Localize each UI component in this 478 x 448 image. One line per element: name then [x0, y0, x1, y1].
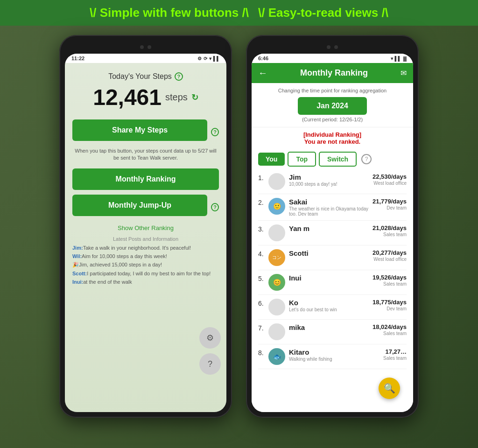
rank-6-info: Ko Let's do our best to win: [289, 299, 373, 312]
sync-icon: ⟳: [204, 56, 207, 61]
phone-1-status-bar: 11:22 ⚙ ⟳ ▾ ▌▌: [65, 54, 226, 63]
phone-2-camera-left: [327, 45, 330, 49]
rank-6-name: Ko: [289, 299, 373, 307]
header-right: \/ Easy-to-read views /\: [258, 6, 388, 20]
rank-7-stats: 18,024/days Sales team: [373, 323, 407, 336]
ranking-not-ranked: You are not ranked.: [258, 138, 407, 145]
rank-5-team: Sales team: [373, 281, 407, 287]
rank-7-steps: 18,024/days: [373, 323, 407, 330]
back-button[interactable]: ←: [258, 68, 267, 78]
rank-2-avatar: 🙂: [268, 198, 285, 215]
steps-screen: Today's Your Steps ? 12,461 steps ↻ Shar…: [65, 63, 226, 412]
rank-1-num: 1.: [258, 173, 268, 182]
rank-3-info: Yan m: [289, 224, 373, 232]
rank-2-team: Dev team: [373, 205, 407, 210]
rank-1-team: West load office: [373, 181, 407, 186]
rank-2-stats: 21,779/days Dev team: [373, 198, 407, 210]
phone-2-screen: 6:46 ▾ ▌▌ ▓ ← Monthly Ranking ✉: [252, 54, 413, 412]
rank-5-name: Inui: [289, 274, 373, 282]
rank-2-num: 2.: [258, 198, 268, 206]
rank-3-stats: 21,028/days Sales team: [373, 224, 407, 237]
page-container: \/ Simple with few buttons /\ \/ Easy-to…: [0, 0, 478, 448]
rank-4-info: Scotti: [289, 249, 373, 257]
phone-2-status-bar: 6:46 ▾ ▌▌ ▓: [252, 54, 413, 63]
rank-3-num: 3.: [258, 224, 268, 233]
rank-4-team: West load office: [373, 257, 407, 262]
rank-4-num: 4.: [258, 249, 268, 258]
period-hint: Changing the time point for ranking aggr…: [258, 88, 407, 93]
ranking-title: Monthly Ranking: [300, 68, 368, 78]
share-steps-button[interactable]: Share My Steps: [72, 119, 207, 141]
jumpup-button-row: Monthly Jump-Up ?: [72, 195, 219, 220]
steps-title: Today's Your Steps ?: [108, 72, 183, 81]
rank-7-info: mika: [289, 323, 373, 331]
ranking-item-3: 3. Yan m 21,028/days Sales team: [258, 221, 407, 245]
post-4: Scott:I participated today, I will do my…: [72, 270, 219, 277]
rank-2-sub: The weather is nice in Okayama today too…: [289, 206, 373, 217]
header-banner: \/ Simple with few buttons /\ \/ Easy-to…: [0, 0, 478, 26]
tab-top[interactable]: Top: [288, 152, 316, 167]
mail-icon[interactable]: ✉: [401, 69, 407, 77]
phone-2-status-icons: ▾ ▌▌ ▓: [391, 56, 407, 61]
phone-1-time: 11:22: [71, 56, 84, 61]
ranking-status: [Individual Ranking] You are not ranked.: [252, 127, 413, 149]
steps-unit: steps: [165, 92, 188, 103]
rank-6-steps: 18,775/days: [373, 299, 407, 306]
ranking-item-4: 4. コン Scotti 20,277/days West load offic…: [258, 245, 407, 270]
phone-1-status-icons: ⚙ ⟳ ▾ ▌▌: [197, 56, 220, 61]
header-left: \/ Simple with few buttons /\: [90, 6, 249, 20]
refresh-icon[interactable]: ↻: [191, 92, 198, 103]
steps-content: Today's Your Steps ? 12,461 steps ↻ Shar…: [65, 63, 226, 412]
rank-2-name: Sakai: [289, 198, 373, 206]
tab-help-icon[interactable]: ?: [361, 154, 372, 164]
phone-1-camera-right: [148, 45, 151, 49]
rank-6-avatar: [268, 299, 285, 315]
ranking-item-6: 6. Ko Let's do our best to win 18,775/da…: [258, 295, 407, 320]
rank-1-steps: 22,530/days: [373, 173, 407, 180]
ranking-body: Changing the time point for ranking aggr…: [252, 83, 413, 412]
rank-8-avatar: 🐟: [268, 348, 285, 365]
ranking-item-8: 8. 🐟 Kitaro Walking while fishing 17,27……: [258, 344, 407, 369]
tab-switch[interactable]: Switch: [319, 152, 357, 167]
jumpup-help-icon[interactable]: ?: [211, 203, 219, 211]
steps-help-icon[interactable]: ?: [175, 72, 183, 81]
ranking-item-2: 2. 🙂 Sakai The weather is nice in Okayam…: [258, 194, 407, 221]
ranking-item-7: 7. mika 18,024/days Sales team: [258, 320, 407, 344]
monthly-jumpup-button[interactable]: Monthly Jump-Up: [72, 195, 207, 216]
phone-2-signal-icon: ▌▌: [395, 56, 401, 61]
steps-count: 12,461 steps ↻: [93, 84, 198, 110]
period-section: Changing the time point for ranking aggr…: [252, 83, 413, 127]
share-help-icon[interactable]: ?: [211, 128, 219, 136]
rank-1-stats: 22,530/days West load office: [373, 173, 407, 186]
rank-6-num: 6.: [258, 299, 268, 307]
monthly-ranking-button[interactable]: Monthly Ranking: [72, 168, 219, 190]
rank-1-info: Jim 10,000 steps a day! ya!: [289, 173, 373, 187]
signal-icon: ▌▌: [213, 56, 220, 61]
ranking-item-1: 1. Jim 10,000 steps a day! ya! 22,530/da…: [258, 169, 407, 194]
rank-5-num: 5.: [258, 274, 268, 282]
rank-1-avatar: [268, 173, 285, 190]
posts-title: Latest Posts and Information: [72, 236, 219, 242]
phone-1-camera-left: [140, 45, 144, 49]
ranking-header: ← Monthly Ranking ✉: [252, 63, 413, 83]
phone-2-time: 6:46: [258, 56, 268, 61]
period-button[interactable]: Jan 2024: [298, 97, 367, 115]
rank-1-name: Jim: [289, 173, 373, 181]
rank-6-stats: 18,775/days Dev team: [373, 299, 407, 311]
rank-8-name: Kitaro: [289, 348, 383, 356]
phone-1: 11:22 ⚙ ⟳ ▾ ▌▌ Today's Your Steps ?: [59, 35, 232, 418]
rank-6-team: Dev team: [373, 306, 407, 311]
search-fab-button[interactable]: 🔍: [379, 378, 400, 399]
tab-you[interactable]: You: [258, 153, 285, 166]
share-button-row: Share My Steps ?: [72, 119, 219, 145]
post-1: Jim:Take a walk in your neighborhood. It…: [72, 245, 219, 251]
rank-7-num: 7.: [258, 323, 268, 332]
show-other-ranking[interactable]: Show Other Ranking: [118, 224, 174, 231]
phone-2-camera-right: [334, 45, 338, 49]
rank-6-sub: Let's do our best to win: [289, 307, 373, 312]
phone-1-top-bar: [65, 41, 226, 54]
rank-2-info: Sakai The weather is nice in Okayama tod…: [289, 198, 373, 217]
phone-2-battery-icon: ▓: [403, 56, 407, 61]
settings-icon: ⚙: [197, 56, 202, 61]
ranking-item-5: 5. 😊 Inui 19,526/days Sales team: [258, 270, 407, 295]
